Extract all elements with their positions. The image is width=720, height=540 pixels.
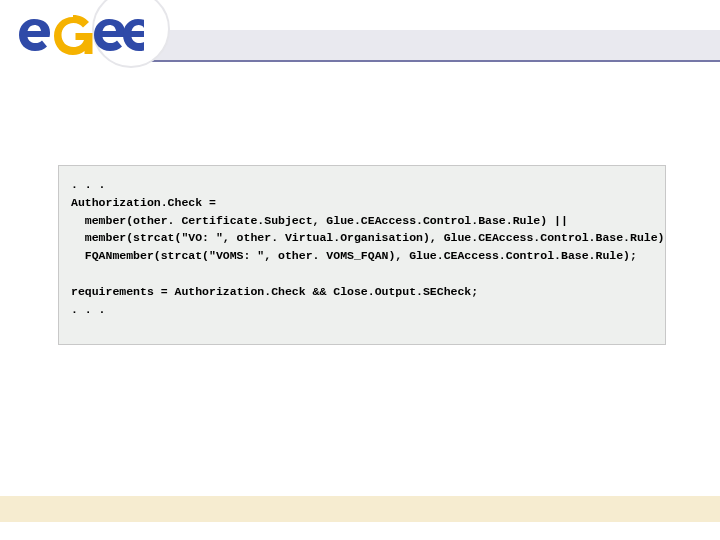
- header-rule: [144, 60, 720, 62]
- code-line: member(strcat("VO: ", other. Virtual.Org…: [71, 229, 653, 247]
- code-line: . . .: [71, 178, 106, 191]
- code-line: FQANmember(strcat("VOMS: ", other. VOMS_…: [71, 247, 653, 265]
- code-line: requirements = Authorization.Check && Cl…: [71, 285, 478, 298]
- footer-band: [0, 496, 720, 522]
- slide: . . . Authorization.Check = member(other…: [0, 0, 720, 540]
- header: [0, 0, 720, 72]
- code-line: Authorization.Check =: [71, 196, 216, 209]
- egee-logo-svg: [14, 4, 144, 64]
- code-block: . . . Authorization.Check = member(other…: [58, 165, 666, 345]
- egee-logo: [14, 4, 144, 64]
- code-line: . . .: [71, 303, 106, 316]
- header-band: [144, 30, 720, 60]
- code-line: member(other. Certificate.Subject, Glue.…: [71, 212, 653, 230]
